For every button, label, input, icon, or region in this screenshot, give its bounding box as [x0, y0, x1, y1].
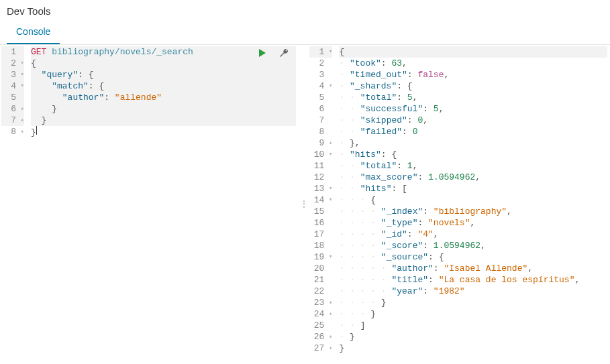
code-line: · },: [339, 137, 607, 149]
pane-splitter[interactable]: ⋮: [299, 45, 308, 362]
code-line: · · · · "_index": "bibliography",: [339, 206, 607, 217]
play-icon[interactable]: [257, 48, 269, 60]
line-number: 1▾: [309, 46, 332, 58]
line-number: 1: [1, 46, 24, 58]
code-line: · · "total": 1,: [339, 160, 607, 172]
code-line[interactable]: "query": {: [31, 69, 296, 80]
request-editor[interactable]: 12▾3▾4▾56▴7▴8▴ GET bibliography/novels/_…: [0, 45, 299, 139]
tab-bar: Console: [0, 19, 610, 45]
code-line: · · · · "_id": "4",: [339, 229, 607, 240]
fold-close-icon[interactable]: ▴: [327, 343, 332, 354]
response-gutter: 1▾234▾56789▴10▾111213▾14▾1516171819▾2021…: [308, 45, 336, 355]
line-number: 9▴: [309, 137, 332, 149]
request-controls: [257, 48, 291, 60]
line-number: 8: [309, 126, 332, 137]
fold-open-icon[interactable]: ▾: [327, 46, 332, 58]
code-line: · "hits": {: [339, 149, 607, 160]
code-line: · · · · · "author": "Isabel Allende",: [339, 263, 607, 274]
fold-open-icon[interactable]: ▾: [19, 58, 24, 69]
fold-close-icon[interactable]: ▴: [19, 115, 24, 126]
code-line: · · · · }: [339, 297, 607, 308]
line-number: 15: [309, 206, 332, 217]
line-number: 6: [309, 103, 332, 115]
line-number: 18: [309, 240, 332, 251]
line-number: 22: [309, 286, 332, 297]
line-number: 13▾: [309, 183, 332, 194]
code-line: · · · {: [339, 194, 607, 206]
code-line: · "_shards": {: [339, 80, 607, 92]
code-line[interactable]: "match": {: [31, 80, 296, 92]
request-pane[interactable]: 12▾3▾4▾56▴7▴8▴ GET bibliography/novels/_…: [0, 45, 299, 362]
line-number: 3: [309, 69, 332, 80]
fold-close-icon[interactable]: ▴: [327, 331, 332, 343]
code-line: · · ]: [339, 320, 607, 331]
code-line[interactable]: {: [31, 58, 296, 69]
code-line: · "timed_out": false,: [339, 69, 607, 80]
fold-close-icon[interactable]: ▴: [327, 297, 332, 308]
page-title: Dev Tools: [0, 0, 610, 19]
line-number: 26▴: [309, 331, 332, 343]
line-number: 16: [309, 217, 332, 229]
line-number: 10▾: [309, 149, 332, 160]
wrench-icon[interactable]: [278, 48, 291, 60]
code-line: · · "skipped": 0,: [339, 115, 607, 126]
request-gutter: 12▾3▾4▾56▴7▴8▴: [0, 45, 28, 139]
code-line: · · · · · "year": "1982": [339, 286, 607, 297]
line-number: 19▾: [309, 251, 332, 263]
code-line: · · "max_score": 1.0594962,: [339, 172, 607, 183]
code-line: · · · · "_type": "novels",: [339, 217, 607, 229]
code-line[interactable]: }: [31, 115, 296, 126]
code-line: · · · · "_score": 1.0594962,: [339, 240, 607, 251]
fold-close-icon[interactable]: ▴: [327, 137, 332, 149]
code-line[interactable]: "author": "allende": [31, 92, 296, 103]
code-line: · · "hits": [: [339, 183, 607, 194]
line-number: 5: [309, 92, 332, 103]
fold-open-icon[interactable]: ▾: [327, 149, 332, 160]
line-number: 2▾: [1, 58, 24, 69]
fold-open-icon[interactable]: ▾: [19, 80, 24, 92]
code-line[interactable]: GET bibliography/novels/_search: [31, 46, 296, 58]
fold-close-icon[interactable]: ▴: [19, 126, 24, 137]
line-number: 7: [309, 115, 332, 126]
code-line: · · · }: [339, 308, 607, 320]
line-number: 17: [309, 229, 332, 240]
line-number: 4▾: [1, 80, 24, 92]
fold-close-icon[interactable]: ▴: [327, 308, 332, 320]
code-line: · · "total": 5,: [339, 92, 607, 103]
line-number: 7▴: [1, 115, 24, 126]
fold-open-icon[interactable]: ▾: [327, 183, 332, 194]
line-number: 14▾: [309, 194, 332, 206]
tab-console[interactable]: Console: [7, 19, 60, 44]
fold-open-icon[interactable]: ▾: [327, 194, 332, 206]
fold-open-icon[interactable]: ▾: [327, 251, 332, 263]
line-number: 6▴: [1, 103, 24, 115]
response-editor: 1▾234▾56789▴10▾111213▾14▾1516171819▾2021…: [308, 45, 610, 355]
line-number: 5: [1, 92, 24, 103]
code-line: · · · · · "title": "La casa de los espír…: [339, 274, 607, 286]
line-number: 25: [309, 320, 332, 331]
line-number: 8▴: [1, 126, 24, 137]
code-line: }: [339, 343, 607, 354]
line-number: 24▴: [309, 308, 332, 320]
response-pane[interactable]: 1▾234▾56789▴10▾111213▾14▾1516171819▾2021…: [308, 45, 610, 362]
line-number: 2: [309, 58, 332, 69]
code-line: · · "failed": 0: [339, 126, 607, 137]
fold-open-icon[interactable]: ▾: [19, 69, 24, 80]
line-number: 20: [309, 263, 332, 274]
code-line: · · · · "_source": {: [339, 251, 607, 263]
workspace: 12▾3▾4▾56▴7▴8▴ GET bibliography/novels/_…: [0, 45, 610, 362]
line-number: 27▴: [309, 343, 332, 354]
line-number: 23▴: [309, 297, 332, 308]
code-line: {: [339, 46, 607, 58]
fold-close-icon[interactable]: ▴: [19, 103, 24, 115]
code-line[interactable]: }: [31, 103, 296, 115]
line-number: 11: [309, 160, 332, 172]
code-line: · "took": 63,: [339, 58, 607, 69]
line-number: 12: [309, 172, 332, 183]
response-code: {· "took": 63,· "timed_out": false,· "_s…: [336, 45, 610, 355]
line-number: 4▾: [309, 80, 332, 92]
code-line[interactable]: }: [31, 126, 296, 137]
line-number: 21: [309, 274, 332, 286]
code-line: · · "successful": 5,: [339, 103, 607, 115]
fold-open-icon[interactable]: ▾: [327, 80, 332, 92]
